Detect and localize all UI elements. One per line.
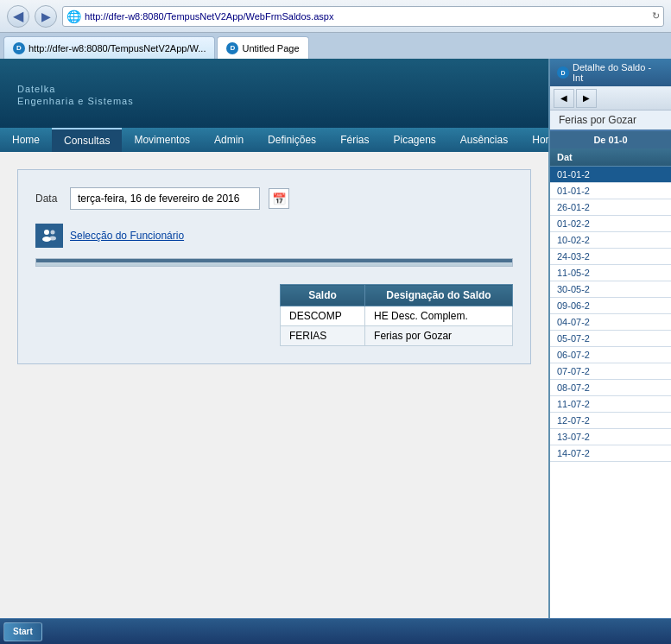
side-toolbar-back[interactable]: ◀ xyxy=(554,89,574,108)
browser-content: Datelka Engenharia e Sistemas Home Consu… xyxy=(0,59,671,644)
saldo-table-outer: Saldo Designação do Saldo DESCOMP HE Des… xyxy=(280,267,513,346)
side-date-cell: 13-07-2 xyxy=(550,429,671,445)
svg-point-2 xyxy=(51,230,55,235)
browser-favicon: 🌐 xyxy=(66,9,81,23)
side-table-row[interactable]: 07-07-2 xyxy=(550,363,671,380)
nav-home[interactable]: Home xyxy=(0,128,52,152)
table-container xyxy=(35,258,513,267)
side-col-date: Dat xyxy=(550,148,671,167)
nav-ferias[interactable]: Férias xyxy=(328,128,381,152)
side-date-cell: 07-07-2 xyxy=(550,363,671,380)
side-panel-content: Ferias por Gozar De 01-0 Dat 01-01-201-0… xyxy=(550,110,671,644)
col-designacao: Designação do Saldo xyxy=(365,285,513,306)
employee-icon-button[interactable] xyxy=(35,224,63,248)
start-button[interactable]: Start xyxy=(3,622,42,641)
side-date-cell: 10-02-2 xyxy=(550,232,671,249)
table-scroll-header xyxy=(36,259,512,266)
app-logo: Datelka Engenharia e Sistemas xyxy=(17,82,531,106)
employee-section: Selecção do Funcionário xyxy=(35,224,513,248)
side-table-row[interactable]: 05-07-2 xyxy=(550,331,671,347)
side-date-cell: 26-01-2 xyxy=(550,199,671,216)
side-table-row[interactable]: 01-01-2 xyxy=(550,167,671,183)
calendar-icon: 📅 xyxy=(272,193,287,205)
col-saldo: Saldo xyxy=(281,285,365,306)
side-table-row[interactable]: 09-06-2 xyxy=(550,298,671,314)
tab-bar: D http://dfer-w8:8080/TempusNetV2App/W..… xyxy=(0,33,671,59)
side-toolbar-forward[interactable]: ▶ xyxy=(576,89,597,108)
side-date-cell: 14-07-2 xyxy=(550,445,671,462)
browser-window: ◀ ▶ 🌐 ↻ D http://dfer-w8:8080/TempusNetV… xyxy=(0,0,671,644)
taskbar: Start xyxy=(0,618,671,644)
side-date-cell: 06-07-2 xyxy=(550,347,671,363)
people-icon xyxy=(41,227,58,244)
start-label: Start xyxy=(13,627,33,636)
side-date-text: De 01-0 xyxy=(593,135,627,145)
side-table-row[interactable]: 14-07-2 xyxy=(550,445,671,462)
side-panel-title: Detalhe do Saldo - Int xyxy=(573,62,664,83)
table-scroll-bar[interactable] xyxy=(36,259,512,262)
side-date-cell: 24-03-2 xyxy=(550,249,671,265)
side-date-cell: 01-01-2 xyxy=(550,167,671,183)
nav-movimentos[interactable]: Movimentos xyxy=(122,128,202,152)
side-table-row[interactable]: 08-07-2 xyxy=(550,380,671,396)
side-table-row[interactable]: 11-05-2 xyxy=(550,265,671,281)
side-panel: D Detalhe do Saldo - Int ◀ ▶ Ferias por … xyxy=(548,59,671,644)
nav-definicoes[interactable]: Definições xyxy=(256,128,328,152)
employee-link[interactable]: Selecção do Funcionário xyxy=(70,230,184,242)
back-button[interactable]: ◀ xyxy=(7,5,29,28)
svg-point-0 xyxy=(44,230,49,235)
tab-untitled[interactable]: D Untitled Page xyxy=(217,36,308,59)
saldo-cell-0: DESCOMP xyxy=(281,306,365,326)
side-date-cell: 11-05-2 xyxy=(550,265,671,281)
table-wrapper: Saldo Designação do Saldo DESCOMP HE Des… xyxy=(35,267,513,346)
tab-favicon-main: D xyxy=(13,42,25,54)
side-table-row[interactable]: 10-02-2 xyxy=(550,232,671,249)
side-table-row[interactable]: 30-05-2 xyxy=(550,281,671,298)
nav-picagens[interactable]: Picagens xyxy=(381,128,447,152)
nav-horarios[interactable]: Horários xyxy=(520,128,548,152)
designacao-cell-1: Ferias por Gozar xyxy=(365,326,513,346)
app-header: Datelka Engenharia e Sistemas xyxy=(0,59,548,128)
side-section-header: Ferias por Gozar xyxy=(550,110,671,131)
table-row[interactable]: DESCOMP HE Desc. Complem. xyxy=(281,306,513,326)
saldo-table: Saldo Designação do Saldo DESCOMP HE Des… xyxy=(280,284,513,346)
side-date-cell: 05-07-2 xyxy=(550,331,671,347)
nav-menu: Home Consultas Movimentos Admin Definiçõ… xyxy=(0,128,548,152)
side-table-row[interactable]: 01-01-2 xyxy=(550,183,671,199)
side-table-row[interactable]: 13-07-2 xyxy=(550,429,671,445)
main-panel: Datelka Engenharia e Sistemas Home Consu… xyxy=(0,59,548,644)
side-panel-titlebar: D Detalhe do Saldo - Int xyxy=(550,59,671,86)
side-table-row[interactable]: 01-02-2 xyxy=(550,216,671,232)
side-date-cell: 30-05-2 xyxy=(550,281,671,298)
side-table: Dat 01-01-201-01-226-01-201-02-210-02-22… xyxy=(550,148,671,462)
data-input[interactable] xyxy=(70,187,260,210)
saldo-cell-1: FERIAS xyxy=(281,326,365,346)
side-date-cell: 12-07-2 xyxy=(550,413,671,429)
tab-favicon-untitled: D xyxy=(226,42,238,54)
side-table-row[interactable]: 24-03-2 xyxy=(550,249,671,265)
side-date-cell: 08-07-2 xyxy=(550,380,671,396)
address-input[interactable] xyxy=(85,11,649,22)
calendar-button[interactable]: 📅 xyxy=(269,188,289,209)
side-table-row[interactable]: 11-07-2 xyxy=(550,396,671,413)
logo-tagline: Engenharia e Sistemas xyxy=(17,96,531,106)
nav-ausencias[interactable]: Ausências xyxy=(448,128,520,152)
side-section-title: Ferias por Gozar xyxy=(559,114,662,126)
table-row[interactable]: FERIAS Ferias por Gozar xyxy=(281,326,513,346)
browser-toolbar: ◀ ▶ 🌐 ↻ xyxy=(0,0,671,33)
tab-main[interactable]: D http://dfer-w8:8080/TempusNetV2App/W..… xyxy=(3,36,215,59)
nav-consultas[interactable]: Consultas xyxy=(52,128,122,152)
side-table-row[interactable]: 26-01-2 xyxy=(550,199,671,216)
side-table-row[interactable]: 04-07-2 xyxy=(550,314,671,331)
refresh-icon[interactable]: ↻ xyxy=(652,10,660,22)
tab-label-untitled: Untitled Page xyxy=(242,43,299,54)
side-table-row[interactable]: 06-07-2 xyxy=(550,347,671,363)
data-label: Data xyxy=(35,193,61,205)
side-date-cell: 01-02-2 xyxy=(550,216,671,232)
side-date-cell: 09-06-2 xyxy=(550,298,671,314)
forward-button[interactable]: ▶ xyxy=(35,5,57,28)
side-date-cell: 01-01-2 xyxy=(550,183,671,199)
side-table-row[interactable]: 12-07-2 xyxy=(550,413,671,429)
nav-admin[interactable]: Admin xyxy=(202,128,256,152)
form-section: Data 📅 xyxy=(17,169,531,364)
